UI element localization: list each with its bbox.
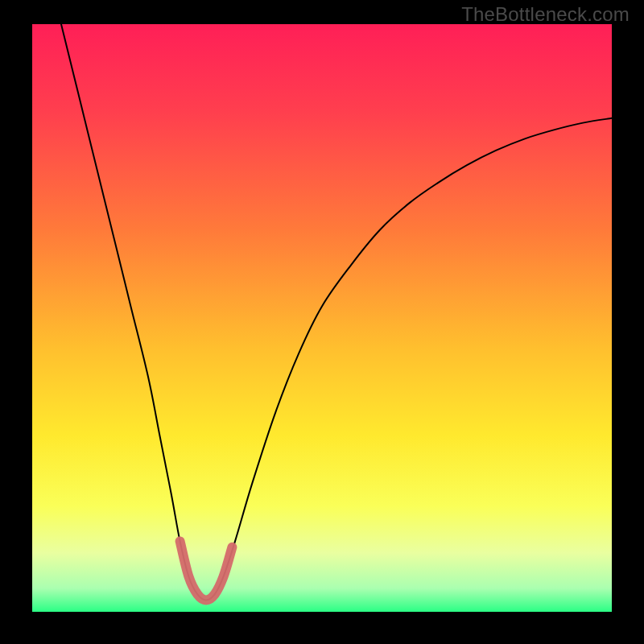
plot-svg (32, 24, 612, 612)
gradient-background (32, 24, 612, 612)
plot-area (32, 24, 612, 612)
watermark-text: TheBottleneck.com (461, 3, 630, 26)
chart-frame: TheBottleneck.com (0, 0, 644, 644)
